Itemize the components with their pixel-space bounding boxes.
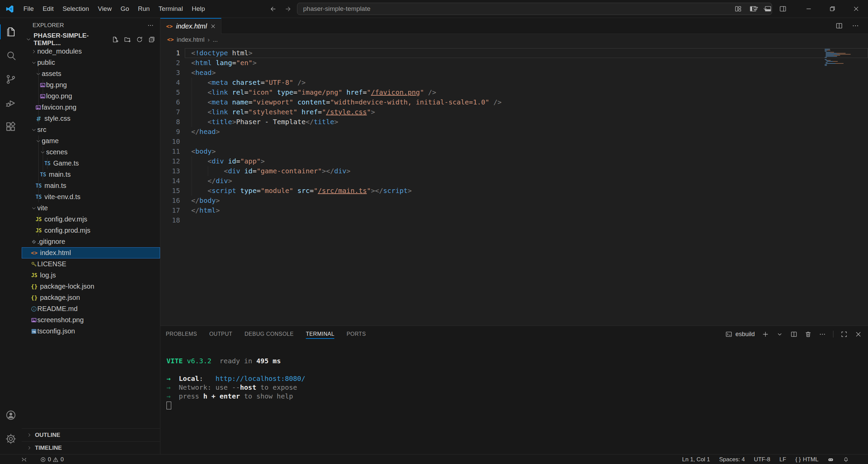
tree-item-main-ts[interactable]: TSmain.ts [22, 180, 160, 191]
refresh-icon[interactable] [136, 36, 143, 43]
activity-search[interactable] [0, 44, 22, 67]
more-actions-icon[interactable] [852, 22, 859, 30]
terminal-instance[interactable]: esbuild [725, 331, 755, 338]
minimap[interactable] [825, 49, 851, 67]
status-encoding[interactable]: UTF-8 [754, 456, 770, 463]
restore-button[interactable] [821, 0, 844, 18]
back-button[interactable] [267, 3, 279, 15]
tree-item-index-html[interactable]: <>index.html [22, 247, 160, 258]
tree-item-screenshot-png[interactable]: screenshot.png [22, 314, 160, 326]
terminal-output[interactable]: VITE v6.3.2 ready in 495 ms → Local: htt… [160, 342, 868, 454]
tree-item-config-dev-mjs[interactable]: JSconfig.dev.mjs [22, 214, 160, 225]
more-actions-icon[interactable] [147, 22, 154, 29]
menu-run[interactable]: Run [134, 5, 154, 13]
tab-index-html[interactable]: <>index.html [160, 18, 221, 34]
menu-selection[interactable]: Selection [58, 5, 93, 13]
code-content[interactable]: <!doctype html><html lang="en"><head> <m… [185, 45, 868, 326]
more-actions-icon[interactable] [819, 331, 826, 338]
tree-item-scenes[interactable]: scenes [22, 147, 160, 158]
tree-item-assets[interactable]: assets [22, 68, 160, 79]
panel-tab-debug-console[interactable]: DEBUG CONSOLE [244, 326, 294, 342]
tree-item-game[interactable]: game [22, 135, 160, 147]
forward-button[interactable] [282, 3, 294, 15]
code-line-13[interactable]: <div id="game-container"></div> [185, 166, 868, 176]
close-icon[interactable] [855, 331, 862, 338]
tree-item-main-ts[interactable]: TSmain.ts [22, 169, 160, 180]
chevron-down-icon[interactable] [776, 331, 783, 338]
tree-item-vite[interactable]: vite [22, 202, 160, 214]
code-line-8[interactable]: <title>Phaser - Template</title> [185, 117, 868, 127]
command-center-search[interactable]: phaser-simple-template [297, 3, 772, 15]
section-timeline[interactable]: TIMELINE [22, 441, 160, 454]
status-cursor-position[interactable]: Ln 1, Col 1 [682, 456, 710, 463]
activity-source-control[interactable] [0, 67, 22, 91]
panel-tab-ports[interactable]: PORTS [347, 326, 366, 342]
code-line-11[interactable]: <body> [185, 147, 868, 156]
plus-icon[interactable] [762, 331, 769, 338]
activity-settings[interactable] [0, 427, 22, 451]
code-line-17[interactable]: </html> [185, 206, 868, 215]
tree-item-public[interactable]: public [22, 57, 160, 68]
code-line-3[interactable]: <head> [185, 68, 868, 78]
status-notifications[interactable] [843, 457, 849, 463]
tree-item-gitignore[interactable]: .gitignore [22, 236, 160, 247]
activity-extensions[interactable] [0, 115, 22, 139]
status-eol[interactable]: LF [780, 456, 786, 463]
code-line-1[interactable]: <!doctype html> [185, 48, 868, 58]
code-editor[interactable]: 123456789101112131415161718 <!doctype ht… [160, 45, 868, 326]
code-line-18[interactable] [185, 215, 868, 225]
tree-item-package-json[interactable]: {}package.json [22, 292, 160, 303]
tree-item-package-lock-json[interactable]: {}package-lock.json [22, 281, 160, 292]
trash-icon[interactable] [805, 331, 812, 338]
code-line-15[interactable]: <script type="module" src="/src/main.ts"… [185, 186, 868, 196]
menu-view[interactable]: View [94, 5, 116, 13]
code-line-14[interactable]: </div> [185, 176, 868, 186]
activity-run-and-debug[interactable] [0, 91, 22, 115]
tree-item-node-modules[interactable]: node_modules [22, 46, 160, 57]
new-folder-icon[interactable] [124, 36, 131, 43]
code-line-6[interactable]: <meta name="viewport" content="width=dev… [185, 97, 868, 107]
code-line-5[interactable]: <link rel="icon" type="image/png" href="… [185, 88, 868, 97]
tree-item-src[interactable]: src [22, 124, 160, 135]
tree-item-favicon-png[interactable]: favicon.png [22, 102, 160, 113]
code-line-4[interactable]: <meta charset="UTF-8" /> [185, 78, 868, 88]
layout-sidebar-right-icon[interactable] [779, 5, 787, 13]
menu-help[interactable]: Help [187, 5, 209, 13]
new-file-icon[interactable] [112, 36, 119, 43]
panel-tab-problems[interactable]: PROBLEMS [166, 326, 197, 342]
tree-item-vite-env-d-ts[interactable]: TSvite-env.d.ts [22, 191, 160, 202]
menu-edit[interactable]: Edit [38, 5, 58, 13]
section-outline[interactable]: OUTLINE [22, 429, 160, 441]
layout-panel-icon[interactable] [764, 5, 772, 13]
collapse-all-icon[interactable] [148, 36, 155, 43]
code-line-10[interactable] [185, 137, 868, 147]
menu-terminal[interactable]: Terminal [154, 5, 188, 13]
tree-item-logo-png[interactable]: logo.png [22, 91, 160, 102]
split-terminal-icon[interactable] [790, 331, 797, 338]
split-editor-icon[interactable] [835, 22, 843, 30]
tree-item-bg-png[interactable]: bg.png [22, 79, 160, 91]
status-language-mode[interactable]: { }HTML [795, 456, 818, 463]
activity-accounts[interactable] [0, 403, 22, 427]
status-problems[interactable]: 00 [40, 456, 64, 463]
code-line-16[interactable]: </body> [185, 196, 868, 206]
layout-sidebar-left-icon[interactable] [749, 5, 757, 13]
tree-item-tsconfig-json[interactable]: TStsconfig.json [22, 326, 160, 337]
close-button[interactable] [844, 0, 868, 18]
breadcrumb-item[interactable]: ... [213, 36, 218, 43]
tree-item-log-js[interactable]: JSlog.js [22, 270, 160, 281]
status-copilot[interactable] [828, 457, 834, 463]
customize-layout-icon[interactable] [734, 5, 742, 13]
code-line-12[interactable]: <div id="app"> [185, 156, 868, 166]
status-indentation[interactable]: Spaces: 4 [719, 456, 745, 463]
panel-tab-output[interactable]: OUTPUT [209, 326, 232, 342]
code-line-7[interactable]: <link rel="stylesheet" href="/style.css"… [185, 107, 868, 117]
tree-item-style-css[interactable]: #style.css [22, 113, 160, 124]
tree-item-readme-md[interactable]: README.md [22, 303, 160, 314]
close-icon[interactable] [210, 23, 216, 29]
menu-go[interactable]: Go [116, 5, 133, 13]
tree-item-license[interactable]: LICENSE [22, 258, 160, 270]
project-root-row[interactable]: PHASER-SIMPLE-TEMPL... [22, 33, 160, 46]
maximize-panel-icon[interactable] [841, 331, 848, 338]
panel-tab-terminal[interactable]: TERMINAL [306, 326, 334, 342]
